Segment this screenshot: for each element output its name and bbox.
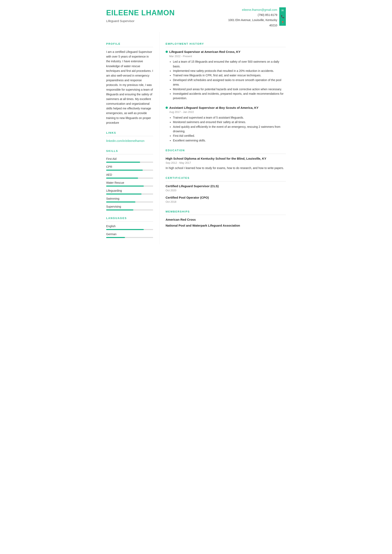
cert-name: Certified Pool Operator (CPO) <box>166 195 286 200</box>
links-section-title: LINKS <box>106 131 153 135</box>
education-list: High School Diploma at Kentucky School f… <box>166 156 286 170</box>
job-bullet: Trained new lifeguards in CPR, first aid… <box>173 73 286 77</box>
skills-divider <box>106 154 153 154</box>
certificates-list: Certified Lifeguard Supervisor (CLS) Oct… <box>166 184 286 204</box>
job-bullet: Investigated accidents and incidents, pr… <box>173 91 286 101</box>
certificate-item: Certified Pool Operator (CPO) Oct 2018 <box>166 195 286 204</box>
profile-section-title: PROFILE <box>106 42 153 46</box>
header: EILEENE LHAMON Lifeguard Supervisor eile… <box>98 0 294 32</box>
job-title: Assistant Lifeguard Supervisor at Boy Sc… <box>169 105 286 110</box>
email-link[interactable]: eileene.lhamon@gmail.com <box>242 8 277 11</box>
languages-section-title: LANGUAGES <box>106 216 153 220</box>
language-bar-fill <box>106 229 144 230</box>
membership-item: National Pool and Waterpark Lifeguard As… <box>166 223 286 228</box>
zip: 40210 <box>228 23 277 28</box>
skill-bar-fill <box>106 201 135 202</box>
job-entry: Assistant Lifeguard Supervisor at Boy Sc… <box>166 105 286 143</box>
linkedin-link[interactable]: linkedin.com/in/eileenelhamon <box>106 139 145 142</box>
skills-section-title: SKILLS <box>106 149 153 153</box>
skill-item: Lifeguarding <box>106 189 153 194</box>
job-bullets: Led a team of 15 lifeguards and ensured … <box>169 59 286 101</box>
certificate-item: Certified Lifeguard Supervisor (CLS) Oct… <box>166 184 286 193</box>
skill-bar-fill <box>106 162 140 163</box>
skill-label: Water Rescue <box>106 181 153 185</box>
edu-dates: Sep 2012 - May 2017 <box>166 161 286 165</box>
language-item: German <box>106 232 153 238</box>
cert-name: Certified Lifeguard Supervisor (CLS) <box>166 184 286 189</box>
skill-bar-background <box>106 162 153 163</box>
skill-bar-fill <box>106 178 138 179</box>
skill-label: Swimming <box>106 197 153 201</box>
job-bullet: Monitored pool areas for potential hazar… <box>173 87 286 91</box>
language-label: German <box>106 232 153 236</box>
contact-info: eileene.lhamon@gmail.com (790) 851-8179 … <box>228 7 277 28</box>
header-right: eileene.lhamon@gmail.com (790) 851-8179 … <box>228 7 286 28</box>
skill-bar-background <box>106 178 153 179</box>
cert-date: Oct 2018 <box>166 200 286 204</box>
job-bullet: Excellent swimming skills. <box>173 138 286 143</box>
email-icon: ✉ <box>279 7 286 14</box>
header-left: EILEENE LHAMON Lifeguard Supervisor <box>106 7 175 23</box>
skill-bar-background <box>106 170 153 171</box>
skill-label: Lifeguarding <box>106 189 153 193</box>
candidate-title: Lifeguard Supervisor <box>106 19 175 23</box>
certificates-divider <box>166 181 286 181</box>
skill-item: Supervising <box>106 205 153 210</box>
job-bullet: Implemented new safety protocols that re… <box>173 69 286 73</box>
education-divider <box>166 154 286 154</box>
contact-icons: ✉ 📞 📍 <box>279 7 286 26</box>
profile-text: I am a certified Lifeguard Supervisor wi… <box>106 50 153 125</box>
memberships-divider <box>166 215 286 215</box>
job-bullet: First Aid certified. <box>173 133 286 138</box>
education-section-title: EDUCATION <box>166 148 286 152</box>
job-dates: Mar 2022 - Present <box>169 54 286 58</box>
right-column: EMPLOYMENT HISTORY Lifeguard Supervisor … <box>159 32 294 244</box>
edu-description: In high school I learned how to study fo… <box>166 166 286 170</box>
cert-date: Oct 2020 <box>166 188 286 193</box>
skill-item: First Aid <box>106 157 153 163</box>
job-bullet: Monitored swimmers and ensured their saf… <box>173 120 286 124</box>
job-dot <box>166 51 168 53</box>
languages-list: English German <box>106 224 153 238</box>
phone-icon: 📞 <box>279 14 286 20</box>
skill-bar-fill <box>106 170 143 171</box>
job-dates: Aug 2017 - Jan 2022 <box>169 110 286 114</box>
certificates-section-title: CERTIFICATES <box>166 176 286 180</box>
language-bar-background <box>106 229 153 230</box>
education-item: High School Diploma at Kentucky School f… <box>166 156 286 170</box>
job-bullets: Trained and supervised a team of 5 assis… <box>169 115 286 143</box>
employment-section-title: EMPLOYMENT HISTORY <box>166 42 286 46</box>
skill-item: Swimming <box>106 197 153 202</box>
skill-label: CPR <box>106 165 153 169</box>
main-content: PROFILE I am a certified Lifeguard Super… <box>98 32 294 252</box>
resume-page: EILEENE LHAMON Lifeguard Supervisor eile… <box>98 0 294 252</box>
job-bullet: Led a team of 15 lifeguards and ensured … <box>173 59 286 69</box>
languages-divider <box>106 222 153 222</box>
job-bullet: Acted quickly and efficiently in the eve… <box>173 125 286 134</box>
job-title: Lifeguard Supervisor at American Red Cro… <box>169 50 286 54</box>
job-bullet: Developed shift schedules and assigned t… <box>173 78 286 87</box>
candidate-name: EILEENE LHAMON <box>106 7 175 18</box>
address: 1001 Elm Avenue, Louisville, Kentucky <box>228 18 277 23</box>
skill-bar-background <box>106 209 153 210</box>
job-dot <box>166 107 168 109</box>
skill-label: First Aid <box>106 157 153 161</box>
language-bar-background <box>106 237 153 238</box>
skill-item: AED <box>106 173 153 179</box>
edu-degree: High School Diploma at Kentucky School f… <box>166 156 286 161</box>
memberships-section-title: MEMBERSHIPS <box>166 210 286 214</box>
skill-bar-fill <box>106 194 141 194</box>
phone: (790) 851-8179 <box>228 13 277 18</box>
skill-bar-background <box>106 186 153 187</box>
skill-item: CPR <box>106 165 153 171</box>
left-column: PROFILE I am a certified Lifeguard Super… <box>98 32 159 244</box>
location-icon: 📍 <box>279 20 286 26</box>
skill-bar-background <box>106 194 153 194</box>
employment-list: Lifeguard Supervisor at American Red Cro… <box>166 50 286 143</box>
language-bar-fill <box>106 237 125 238</box>
skill-item: Water Rescue <box>106 181 153 187</box>
skill-label: AED <box>106 173 153 177</box>
skill-bar-fill <box>106 186 144 187</box>
skills-list: First Aid CPR AED Water Rescue Lifeguard… <box>106 157 153 210</box>
job-entry: Lifeguard Supervisor at American Red Cro… <box>166 50 286 101</box>
